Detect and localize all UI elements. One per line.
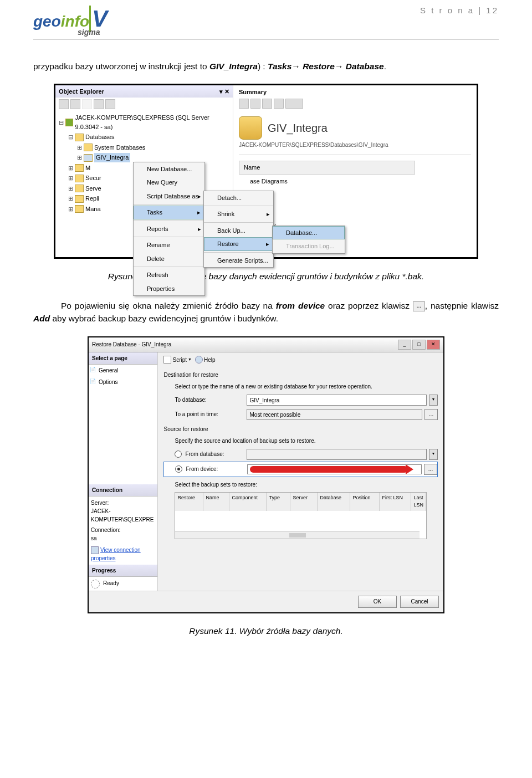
point-browse-button[interactable]: ... <box>424 409 438 420</box>
folder-icon <box>75 205 84 213</box>
col-name[interactable]: Name <box>203 493 229 511</box>
menu-tasks[interactable]: Tasks▸ <box>134 206 204 219</box>
connection-value: sa <box>91 534 155 542</box>
to-point-field[interactable]: Most recent possible <box>247 409 422 420</box>
device-browse-button[interactable]: ... <box>424 464 437 475</box>
paragraph-1: przypadku bazy utworzonej w instrukcji j… <box>33 60 499 73</box>
col-type[interactable]: Type <box>267 493 290 511</box>
menu-new-query[interactable]: New Query <box>134 176 204 190</box>
summary-toolbar[interactable] <box>239 99 471 113</box>
tree-giv-integra[interactable]: GIV_Integra <box>94 153 130 162</box>
toolbar-icon[interactable] <box>239 99 249 109</box>
col-position[interactable]: Position <box>350 493 380 511</box>
chevron-down-icon: ▼ <box>188 357 192 363</box>
arrow-icon: → <box>335 62 344 71</box>
ok-button[interactable]: OK <box>358 596 397 608</box>
page-options[interactable]: Options <box>89 376 157 388</box>
menu-backup[interactable]: Back Up... <box>204 224 273 238</box>
help-button[interactable]: Help <box>195 356 216 364</box>
database-icon <box>239 116 262 140</box>
cancel-button[interactable]: Cancel <box>400 596 439 608</box>
menu-rename[interactable]: Rename <box>134 238 204 252</box>
help-icon <box>195 356 203 364</box>
summary-db-name: GIV_Integra <box>268 120 328 136</box>
page-general[interactable]: General <box>89 365 157 376</box>
dropdown-icon[interactable]: ▼ <box>429 395 438 406</box>
toolbar-icon[interactable] <box>285 99 303 109</box>
tree-folder[interactable]: Secur <box>85 173 101 183</box>
tree-databases[interactable]: Databases <box>85 132 115 142</box>
menu-detach[interactable]: Detach... <box>204 191 273 205</box>
menu-properties[interactable]: Properties <box>134 282 204 296</box>
dropdown-icon[interactable]: ▼ <box>429 449 438 460</box>
from-database-label: From database: <box>185 450 224 458</box>
from-device-radio[interactable] <box>175 465 182 473</box>
db-icon <box>84 154 93 162</box>
menu-restore-database[interactable]: Database... <box>273 226 345 240</box>
toolbar-icon[interactable] <box>70 99 80 109</box>
arrow-icon: → <box>291 62 300 71</box>
toolbar-icon[interactable] <box>274 99 284 109</box>
folder-icon <box>75 175 84 182</box>
dialog-title: Restore Database - GIV_Integra <box>92 340 171 349</box>
toolbar-icon[interactable] <box>105 99 115 109</box>
col-server[interactable]: Server <box>290 493 318 511</box>
chevron-right-icon: ▸ <box>198 224 201 234</box>
menu-reports[interactable]: Reports▸ <box>134 222 204 236</box>
server-value: JACEK-KOMPUTER\SQLEXPRE <box>91 507 155 524</box>
tree-system-db[interactable]: System Databases <box>94 143 145 152</box>
name-column-header[interactable]: Name <box>239 161 415 175</box>
menu-restore[interactable]: Restore▸ <box>204 237 273 251</box>
minimize-button[interactable]: _ <box>398 340 411 350</box>
from-device-label: From device: <box>186 465 218 473</box>
ellipsis-button-icon: ... <box>413 301 425 311</box>
destination-desc: Select or type the name of a new or exis… <box>163 380 438 393</box>
folder-icon <box>75 134 84 141</box>
from-database-field[interactable] <box>247 449 427 460</box>
tree-folder[interactable]: Repli <box>85 194 99 203</box>
chevron-right-icon: ▸ <box>197 208 201 217</box>
script-button[interactable]: Script ▼ <box>163 356 192 364</box>
source-desc: Specify the source and location of backu… <box>163 434 438 447</box>
col-last-lsn[interactable]: Last LSN <box>411 493 426 511</box>
toolbar-icon[interactable] <box>94 99 104 109</box>
folder-icon <box>75 164 84 172</box>
menu-new-database[interactable]: New Database... <box>134 162 204 176</box>
tree-folder[interactable]: M <box>85 163 90 173</box>
col-database[interactable]: Database <box>318 493 350 511</box>
menu-restore-tlog[interactable]: Transaction Log... <box>273 239 345 253</box>
pane-controls[interactable]: ▾ ✕ <box>219 87 229 96</box>
col-component[interactable]: Component <box>229 493 267 511</box>
maximize-button[interactable]: □ <box>412 340 426 350</box>
chevron-right-icon: ▸ <box>267 209 270 219</box>
tree-folder[interactable]: Mana <box>85 204 101 214</box>
col-restore[interactable]: Restore <box>175 493 203 511</box>
toolbar-icon[interactable] <box>250 99 260 109</box>
col-first-lsn[interactable]: First LSN <box>380 493 411 511</box>
tasks-submenu: Detach... Shrink▸ Back Up... Restore▸ Ge… <box>203 191 274 268</box>
menu-shrink[interactable]: Shrink▸ <box>204 207 273 221</box>
horizontal-scrollbar[interactable] <box>175 531 420 539</box>
toolbar-icon[interactable] <box>82 99 92 109</box>
oe-toolbar[interactable] <box>55 98 233 111</box>
tree-folder[interactable]: Serve <box>85 184 101 193</box>
toolbar-icon[interactable] <box>59 99 69 109</box>
screenshot-ssms-context-menu: Object Explorer ▾ ✕ ⊟JACEK-KOMPUTER\SQLE… <box>54 84 478 259</box>
screenshot-restore-dialog: Restore Database - GIV_Integra _ □ ✕ Sel… <box>88 336 444 613</box>
from-database-radio[interactable] <box>175 451 182 458</box>
menu-delete[interactable]: Delete <box>134 252 204 266</box>
restore-submenu: Database... Transaction Log... <box>272 226 345 254</box>
script-icon <box>163 356 171 364</box>
menu-generate-scripts[interactable]: Generate Scripts... <box>204 254 273 268</box>
tree-server[interactable]: JACEK-KOMPUTER\SQLEXPRESS (SQL Server 9.… <box>75 113 229 131</box>
menu-script-database[interactable]: Script Database as▸ <box>134 190 204 203</box>
menu-refresh[interactable]: Refresh <box>134 268 204 282</box>
from-device-field[interactable] <box>247 464 422 474</box>
close-button[interactable]: ✕ <box>427 340 440 350</box>
progress-header: Progress <box>89 565 157 577</box>
to-point-label: To a point in time: <box>175 410 247 418</box>
toolbar-icon[interactable] <box>262 99 272 109</box>
to-database-field[interactable]: GIV_Integra <box>247 395 427 406</box>
list-item[interactable]: ase Diagrams <box>239 175 471 188</box>
backup-sets-grid[interactable]: Restore Name Component Type Server Datab… <box>175 492 427 539</box>
